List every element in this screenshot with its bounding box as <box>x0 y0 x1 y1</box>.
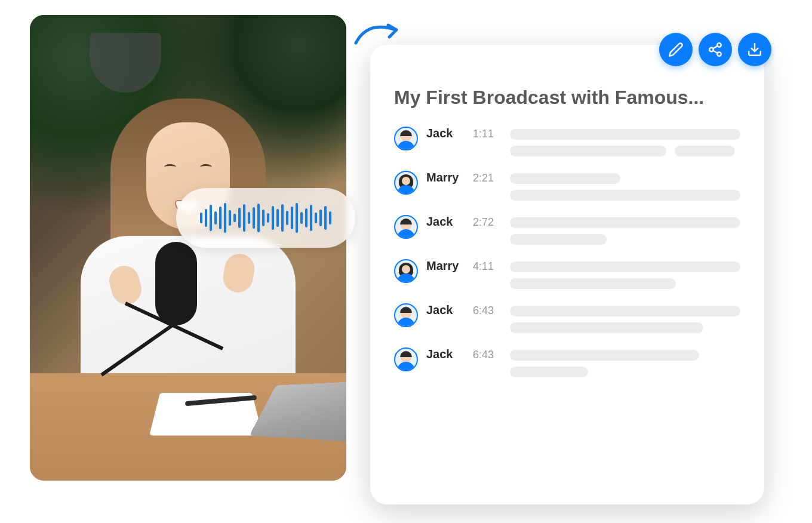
avatar <box>394 127 418 150</box>
speaker-name: Jack <box>426 127 465 140</box>
transcript-entries: Jack 1:11 Marry 2:21 Jack 2:72 <box>394 127 740 377</box>
svg-line-4 <box>713 46 717 48</box>
speaker-name: Jack <box>426 215 465 229</box>
transcript-text-placeholder <box>510 262 740 289</box>
timestamp: 6:43 <box>473 349 502 361</box>
svg-line-3 <box>713 51 717 53</box>
avatar <box>394 347 418 371</box>
transcript-text-placeholder <box>510 306 740 333</box>
transcript-title: My First Broadcast with Famous... <box>394 87 740 109</box>
share-button[interactable] <box>699 33 732 66</box>
podcast-photo <box>30 15 346 481</box>
speaker-name: Marry <box>426 259 465 273</box>
download-icon <box>747 42 762 57</box>
timestamp: 6:43 <box>473 304 502 317</box>
action-buttons <box>659 33 771 66</box>
speaker-name: Jack <box>426 303 465 317</box>
transcript-entry: Jack 1:11 <box>394 127 740 156</box>
avatar <box>394 215 418 239</box>
transcript-text-placeholder <box>510 350 740 377</box>
avatar <box>394 303 418 327</box>
avatar <box>394 171 418 195</box>
transcript-text-placeholder <box>510 217 740 245</box>
transcript-entry: Jack 2:72 <box>394 215 740 245</box>
transcript-text-placeholder <box>510 129 740 156</box>
audio-waveform <box>176 188 355 248</box>
transcript-card: My First Broadcast with Famous... Jack 1… <box>370 45 764 504</box>
timestamp: 2:21 <box>473 172 502 184</box>
timestamp: 1:11 <box>473 128 502 140</box>
pencil-icon <box>668 42 684 57</box>
timestamp: 4:11 <box>473 260 502 273</box>
timestamp: 2:72 <box>473 216 502 229</box>
transcript-entry: Marry 2:21 <box>394 171 740 201</box>
share-icon <box>708 42 723 57</box>
transcript-text-placeholder <box>510 173 740 201</box>
edit-button[interactable] <box>659 33 693 66</box>
transcript-entry: Jack 6:43 <box>394 347 740 377</box>
transcript-entry: Jack 6:43 <box>394 303 740 333</box>
transcript-entry: Marry 4:11 <box>394 259 740 289</box>
download-button[interactable] <box>738 33 771 66</box>
speaker-name: Jack <box>426 347 465 361</box>
speaker-name: Marry <box>426 171 465 184</box>
avatar <box>394 259 418 283</box>
